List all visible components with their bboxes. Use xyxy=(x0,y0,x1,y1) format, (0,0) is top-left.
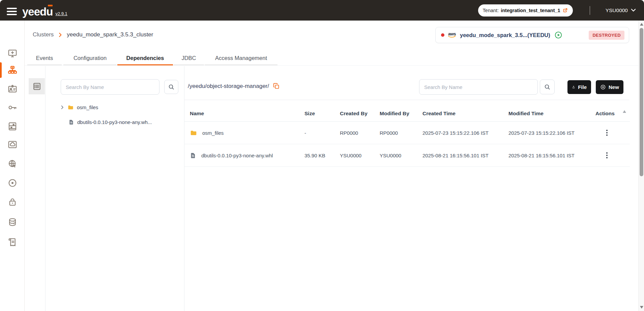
new-button-label: New xyxy=(609,84,619,90)
file-table: Name Size Created By Modified By Created… xyxy=(184,106,630,167)
chevron-right-icon xyxy=(58,32,63,37)
row-actions-menu-icon[interactable] xyxy=(606,130,608,136)
sidebar-item-database-icon[interactable] xyxy=(0,214,25,230)
col-modified-time: Modified Time xyxy=(508,111,595,117)
tree-item-osm-files[interactable]: osm_files xyxy=(60,103,98,111)
copy-icon xyxy=(273,83,280,90)
cell-modified-time: 2025-08-21 16:15:56.101 IST xyxy=(508,153,595,158)
file-icon xyxy=(190,152,196,159)
aws-logo-text: aws xyxy=(448,32,456,36)
breadcrumb-current: yeedu_mode_spark_3.5.3_cluster xyxy=(67,31,153,38)
tenant-pill[interactable]: Tenant: integration_test_tenant_1 xyxy=(478,4,573,17)
status-badge: DESTROYED xyxy=(589,31,624,40)
sidebar xyxy=(0,21,25,311)
copy-path-button[interactable] xyxy=(273,83,280,90)
cluster-name: yeedu_mode_spark_3.5...(YEEDU) xyxy=(460,32,550,38)
search-icon xyxy=(544,84,551,90)
search-icon xyxy=(168,84,175,90)
header-divider xyxy=(590,6,590,15)
cell-created-by: RP0000 xyxy=(340,130,380,136)
storage-path-row: /yeedu/object-storage-manager/ xyxy=(188,83,280,90)
folder-icon xyxy=(67,104,74,111)
explorer-search-input[interactable] xyxy=(419,79,538,95)
tab-configuration[interactable]: Configuration xyxy=(63,51,117,65)
tab-jdbc[interactable]: JDBC xyxy=(174,51,204,65)
page-scrollbar xyxy=(638,21,644,311)
explorer-search-button[interactable] xyxy=(540,80,555,94)
cluster-offline-dot-icon xyxy=(441,33,444,37)
col-created-time: Created Time xyxy=(422,111,508,117)
upload-file-button[interactable]: File xyxy=(567,80,591,94)
cell-created-by: YSU0000 xyxy=(340,153,380,158)
external-link-icon xyxy=(562,7,568,13)
cluster-status-card[interactable]: aws yeedu_mode_spark_3.5...(YEEDU) DESTR… xyxy=(435,27,629,43)
menu-icon[interactable] xyxy=(7,8,17,15)
explorer-search xyxy=(419,79,538,95)
app-logo[interactable]: yeedu xyxy=(22,3,53,17)
scrollbar-thumb[interactable] xyxy=(640,28,643,176)
tree-search-input[interactable] xyxy=(61,79,159,95)
app-window: yeedu v2.9.1 Tenant: integration_test_te… xyxy=(0,0,644,311)
cell-name: osm_files xyxy=(202,130,224,136)
sidebar-item-lock-icon[interactable] xyxy=(0,194,25,210)
tree-item-label: osm_files xyxy=(77,104,98,110)
sidebar-item-receipt-icon[interactable] xyxy=(0,234,25,250)
folder-icon xyxy=(190,129,197,136)
table-row[interactable]: dbutils-0.0.10-py3-none-any.whl 35.90 KB… xyxy=(184,144,630,167)
col-name: Name xyxy=(190,111,304,117)
sidebar-item-clusters-icon[interactable] xyxy=(0,62,25,78)
version-link[interactable]: v2.9.1 xyxy=(55,11,67,16)
sidebar-item-rack-icon[interactable] xyxy=(0,118,25,134)
app-header: yeedu v2.9.1 Tenant: integration_test_te… xyxy=(0,0,644,21)
table-row[interactable]: osm_files - RP0000 RP0000 2025-07-23 15:… xyxy=(184,122,630,144)
sidebar-item-key-icon[interactable] xyxy=(0,99,25,116)
cell-created-time: 2025-07-23 15:15:22.106 IST xyxy=(422,130,508,136)
user-id: YSU0000 xyxy=(606,7,628,13)
start-cluster-play-icon[interactable] xyxy=(554,31,562,39)
cell-name: dbutils-0.0.10-py3-none-any.whl xyxy=(201,153,273,158)
aws-logo-icon: aws xyxy=(448,32,456,38)
sidebar-item-disc-icon[interactable] xyxy=(0,175,25,191)
cell-size: 35.90 KB xyxy=(304,153,340,158)
table-scroll-up-arrow[interactable] xyxy=(623,110,626,113)
list-icon xyxy=(32,82,41,91)
sidebar-item-monitor-plus-icon[interactable] xyxy=(0,45,25,61)
list-view-toggle-button[interactable] xyxy=(29,78,45,94)
tab-events[interactable]: Events xyxy=(27,51,62,65)
user-menu[interactable]: YSU0000 xyxy=(606,7,636,13)
cell-modified-by: YSU0000 xyxy=(380,153,422,158)
breadcrumb: Clusters yeedu_mode_spark_3.5.3_cluster xyxy=(33,31,153,38)
col-size: Size xyxy=(304,111,340,117)
scroll-up-arrow[interactable] xyxy=(640,23,643,26)
col-created-by: Created By xyxy=(340,111,380,117)
sidebar-item-id-card-icon[interactable] xyxy=(0,81,25,97)
new-folder-button[interactable]: New xyxy=(596,80,623,94)
tab-dependencies[interactable]: Dependencies xyxy=(117,51,173,65)
storage-path: /yeedu/object-storage-manager/ xyxy=(188,83,269,90)
tree-search xyxy=(61,79,159,95)
tree-item-dbutils-whl[interactable]: dbutils-0.0.10-py3-none-any.wh... xyxy=(68,118,152,126)
tab-access-management[interactable]: Access Management xyxy=(205,51,277,65)
col-modified-by: Modified By xyxy=(380,111,422,117)
tree-panel-right-border xyxy=(184,66,184,311)
tenant-label: Tenant: xyxy=(483,8,499,13)
tree-item-label: dbutils-0.0.10-py3-none-any.wh... xyxy=(77,119,152,125)
chevron-right-icon[interactable] xyxy=(60,105,64,110)
explorer-separator xyxy=(184,100,629,100)
breadcrumb-clusters-link[interactable]: Clusters xyxy=(33,31,54,38)
upload-file-label: File xyxy=(578,84,587,90)
plus-circle-icon xyxy=(600,84,606,90)
scroll-down-arrow[interactable] xyxy=(640,306,643,309)
file-icon xyxy=(68,119,74,125)
cell-modified-time: 2025-07-23 15:15:22.106 IST xyxy=(508,130,595,136)
upload-icon xyxy=(572,84,575,90)
cell-size: - xyxy=(304,130,340,136)
tree-search-button[interactable] xyxy=(164,80,178,94)
sidebar-item-cloud-image-icon[interactable] xyxy=(0,136,25,153)
sidebar-item-globe-network-icon[interactable] xyxy=(0,156,25,172)
cell-created-time: 2025-08-21 16:15:56.101 IST xyxy=(422,153,508,158)
cell-modified-by: RP0000 xyxy=(380,130,422,136)
tenant-name: integration_test_tenant_1 xyxy=(501,8,560,13)
row-actions-menu-icon[interactable] xyxy=(606,152,608,158)
table-header-row: Name Size Created By Modified By Created… xyxy=(184,106,630,122)
